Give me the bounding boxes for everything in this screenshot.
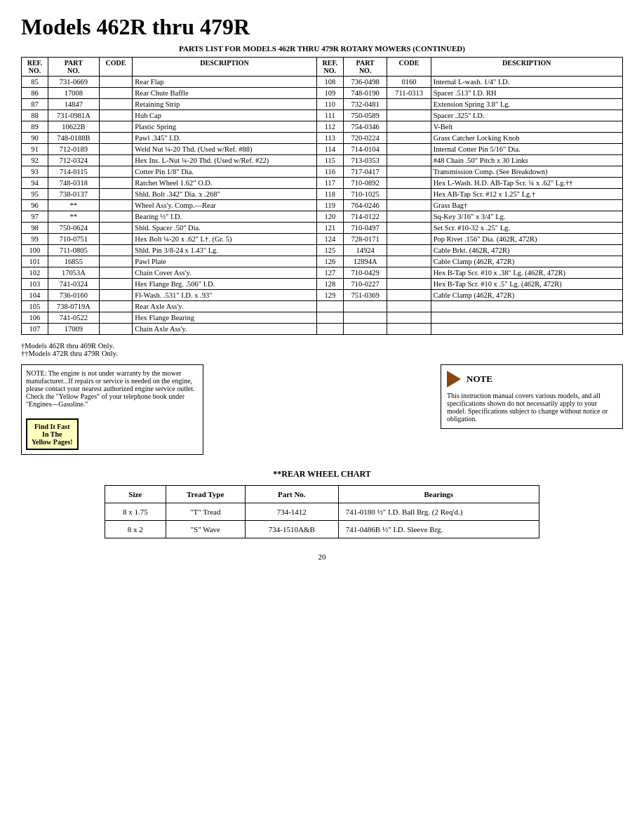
part-right: 732-0481 [343,99,387,110]
arrow-icon [447,371,461,388]
code-right: 711-0313 [387,88,431,99]
ref-left: 95 [22,189,48,200]
part-left: 714-0115 [48,166,99,178]
desc-left: Rear Flap [133,77,317,88]
part-right: 720-0224 [343,133,387,144]
ref-right: 112 [316,121,343,133]
code-left [99,166,133,178]
parts-table: REF.NO. PARTNO. CODE DESCRIPTION REF.NO.… [21,57,623,335]
part-left: 16855 [48,256,99,267]
notes-area: NOTE: The engine is not under warranty b… [21,364,623,455]
ref-left: 107 [22,324,48,335]
note-box-left: NOTE: The engine is not under warranty b… [21,364,203,455]
code-left [99,178,133,189]
desc-left: Cotter Pin 1/8" Dia. [133,166,317,178]
ref-left: 93 [22,166,48,178]
code-left [99,77,133,88]
table-row: 100 711-0805 Shld. Pin 3/8-24 x 1.43" Lg… [22,245,623,256]
table-row: 90 748-0188B Pawl .345" I.D. 113 720-022… [22,133,623,144]
part-right: 710-0227 [343,279,387,290]
code-left [99,324,133,335]
part-right: 736-0498 [343,77,387,88]
desc-left: Hex Flange Brg. .506" I.D. [133,279,317,290]
wheel-table: SizeTread TypePart No.Bearings 8 x 1.75 … [105,485,539,538]
code-left [99,256,133,267]
part-left: 738-0137 [48,189,99,200]
table-row: 89 10622B Plastic Spring 112 754-0346 V-… [22,121,623,133]
ref-right: 115 [316,155,343,166]
col-ref-left: REF.NO. [22,58,48,77]
ref-left: 89 [22,121,48,133]
desc-left: Ratchet Wheel 1.62" O.D. [133,178,317,189]
table-row: 107 17009 Chain Axle Ass'y. [22,324,623,335]
desc-right: Cable Clamp (462R, 472R) [431,256,622,267]
wheel-col-header: Size [105,486,166,503]
ref-left: 100 [22,245,48,256]
part-right: 14924 [343,245,387,256]
ref-right: 117 [316,178,343,189]
table-row: 85 731-0669 Rear Flap 108 736-0498 0160 … [22,77,623,88]
wheel-bearings: 741-0180 ½" I.D. Ball Brg. (2 Req'd.) [338,503,539,521]
note-header: NOTE [447,371,617,388]
desc-right: Spacer .513" I.D. RH [431,88,622,99]
part-left: 14847 [48,99,99,110]
code-right [387,312,431,324]
table-row: 96 ** Wheel Ass'y. Comp.—Rear 119 764-02… [22,200,623,211]
ref-left: 91 [22,144,48,155]
part-right: 714-0122 [343,211,387,223]
page-title: Models 462R thru 479R [21,14,623,40]
part-left: 17009 [48,324,99,335]
part-left: 748-0188B [48,133,99,144]
code-right [387,301,431,312]
part-right: 710-0497 [343,223,387,234]
ref-left: 99 [22,234,48,245]
code-right [387,211,431,223]
wheel-tread: "T" Tread [166,503,245,521]
ref-right: 121 [316,223,343,234]
ref-left: 105 [22,301,48,312]
table-row: 104 736-0160 Fl-Wash. .531" I.D. x .93" … [22,290,623,301]
desc-left: Chain Cover Ass'y. [133,267,317,279]
col-desc-left: DESCRIPTION [133,58,317,77]
wheel-col-header: Part No. [245,486,338,503]
footnote-1: †Models 462R thru 469R Only. [21,342,623,350]
table-row: 103 741-0324 Hex Flange Brg. .506" I.D. … [22,279,623,290]
wheel-table-row: 8 x 2 "S" Wave 734-1510A&B 741-0486B ½" … [105,521,539,538]
desc-left: Pawl Plate [133,256,317,267]
desc-left: Shld. Pin 3/8-24 x 1.43" Lg. [133,245,317,256]
part-left: 750-0624 [48,223,99,234]
desc-right: Pop Rivet .156" Dia. (462R, 472R) [431,234,622,245]
table-row: 88 731-0981A Hub Cap 111 750-0589 Spacer… [22,110,623,121]
desc-right: Cable Clamp (462R, 472R) [431,290,622,301]
part-left: 738-0719A [48,301,99,312]
note-box-right: NOTE This instruction manual covers vari… [441,364,623,429]
code-right [387,121,431,133]
desc-right: Hex B-Tap Scr. #10 x .38" Lg. (462R, 472… [431,267,622,279]
code-left [99,155,133,166]
part-left: 17008 [48,88,99,99]
code-left [99,110,133,121]
wheel-tread: "S" Wave [166,521,245,538]
ref-left: 101 [22,256,48,267]
table-row: 101 16855 Pawl Plate 126 12894A Cable Cl… [22,256,623,267]
table-row: 99 710-0751 Hex Bolt ¼-20 x .62" L†. (Gr… [22,234,623,245]
desc-right: V-Belt [431,121,622,133]
desc-left: Hex Flange Bearing [133,312,317,324]
code-left [99,133,133,144]
code-left [99,245,133,256]
ref-right [316,301,343,312]
part-left: 736-0160 [48,290,99,301]
part-left: 741-0522 [48,312,99,324]
code-right [387,155,431,166]
part-right [343,301,387,312]
part-left: ** [48,200,99,211]
desc-right: Hex AB-Tap Scr. #12 x 1.25" Lg.† [431,189,622,200]
part-right: 717-0417 [343,166,387,178]
ref-right: 127 [316,267,343,279]
desc-left: Hex Ins. L-Nut ¼-20 Thd. (Used w/Ref. #2… [133,155,317,166]
code-right [387,189,431,200]
code-left [99,99,133,110]
desc-right: Sq-Key 3/16" x 3/4" Lg. [431,211,622,223]
footnotes: †Models 462R thru 469R Only. ††Models 47… [21,342,623,357]
code-right [387,223,431,234]
